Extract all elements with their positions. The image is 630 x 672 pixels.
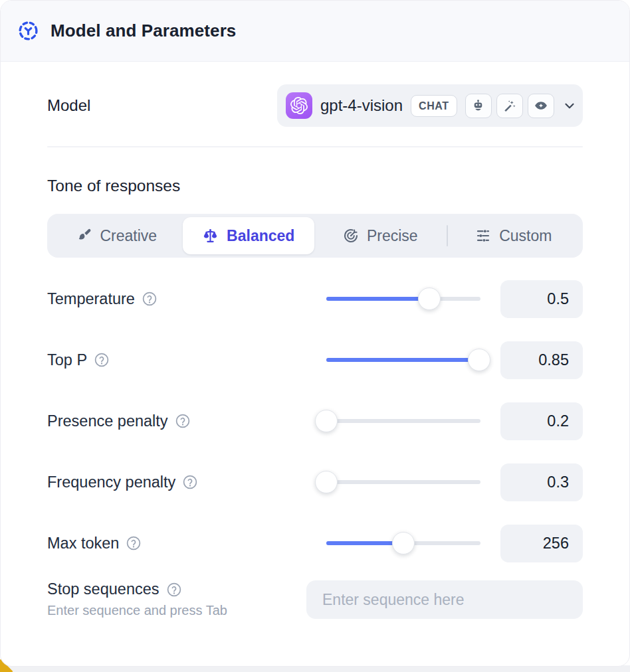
tab-balanced-label: Balanced: [227, 227, 294, 245]
stop-sequence-input[interactable]: [306, 580, 583, 619]
tab-balanced[interactable]: Balanced: [183, 217, 315, 254]
openai-logo-icon: [286, 92, 312, 119]
robot-icon: [465, 94, 492, 118]
frequency-penalty-value[interactable]: 0.3: [500, 463, 583, 501]
slider-thumb[interactable]: [315, 410, 338, 432]
top-p-value[interactable]: 0.85: [500, 341, 583, 379]
slider-fill: [326, 297, 429, 301]
param-row-max-token: Max token 256: [47, 513, 583, 574]
question-circle-icon[interactable]: [142, 291, 158, 307]
tab-custom-label: Custom: [499, 227, 552, 245]
slider-thumb[interactable]: [315, 471, 338, 493]
section-divider: [47, 146, 583, 147]
temperature-label: Temperature: [47, 290, 135, 308]
tone-section-heading: Tone of responses: [47, 177, 583, 195]
question-circle-icon[interactable]: [166, 582, 182, 598]
balance-scale-icon: [202, 228, 219, 244]
presence-penalty-value[interactable]: 0.2: [500, 402, 583, 440]
param-row-temperature: Temperature 0.5: [47, 268, 583, 329]
top-p-label: Top P: [47, 351, 87, 369]
paintbrush-icon: [76, 228, 92, 244]
chevron-down-icon: [562, 98, 577, 113]
question-circle-icon[interactable]: [94, 352, 110, 368]
frequency-penalty-slider[interactable]: [326, 470, 480, 494]
model-type-badge: CHAT: [411, 95, 457, 117]
temperature-slider[interactable]: [326, 287, 480, 311]
model-select-dropdown[interactable]: gpt-4-vision CHAT: [277, 84, 583, 127]
max-token-slider[interactable]: [326, 531, 480, 555]
top-p-slider[interactable]: [326, 348, 480, 372]
panel-title: Model and Parameters: [51, 21, 236, 41]
stop-sequences-row: Stop sequences Enter sequence and press …: [47, 580, 583, 645]
param-row-presence-penalty: Presence penalty 0.2: [47, 390, 583, 452]
vision-eye-icon: [528, 94, 554, 118]
selected-model-name: gpt-4-vision: [320, 96, 403, 115]
tab-creative-label: Creative: [100, 227, 157, 245]
tab-custom[interactable]: Custom: [448, 217, 580, 254]
target-arrow-icon: [343, 228, 359, 244]
stop-sequences-label: Stop sequences: [47, 580, 159, 598]
model-hub-icon: [17, 20, 39, 42]
question-circle-icon[interactable]: [126, 535, 142, 551]
stop-sequences-helper-text: Enter sequence and press Tab: [47, 603, 227, 618]
model-label: Model: [47, 96, 90, 115]
presence-penalty-label: Presence penalty: [47, 412, 168, 430]
param-row-frequency-penalty: Frequency penalty 0.3: [47, 452, 583, 513]
tab-precise[interactable]: Precise: [314, 217, 447, 254]
question-circle-icon[interactable]: [175, 413, 191, 429]
slider-thumb[interactable]: [468, 349, 490, 371]
panel-header: Model and Parameters: [1, 1, 629, 62]
parameter-list: Temperature 0.5 Top P: [47, 268, 583, 574]
frequency-penalty-label: Frequency penalty: [47, 473, 175, 491]
sliders-icon: [475, 228, 491, 244]
temperature-value[interactable]: 0.5: [500, 280, 583, 318]
slider-track[interactable]: [326, 419, 480, 423]
max-token-label: Max token: [47, 535, 119, 552]
tab-creative[interactable]: Creative: [51, 217, 183, 254]
magic-wand-icon: [496, 94, 523, 118]
model-row: Model gpt-4-vision CHAT: [47, 84, 583, 127]
slider-thumb[interactable]: [418, 288, 441, 310]
presence-penalty-slider[interactable]: [326, 409, 480, 433]
slider-track[interactable]: [326, 480, 480, 484]
model-and-parameters-panel: Model and Parameters Model gpt-4-vision …: [0, 0, 630, 667]
tab-precise-label: Precise: [367, 227, 418, 245]
slider-fill: [326, 358, 479, 362]
param-row-top-p: Top P 0.85: [47, 329, 583, 390]
max-token-value[interactable]: 256: [500, 525, 583, 562]
tone-tab-bar: Creative Balanced: [47, 214, 583, 258]
question-circle-icon[interactable]: [182, 474, 198, 490]
slider-thumb[interactable]: [392, 532, 415, 554]
model-capability-badges: [465, 94, 554, 118]
